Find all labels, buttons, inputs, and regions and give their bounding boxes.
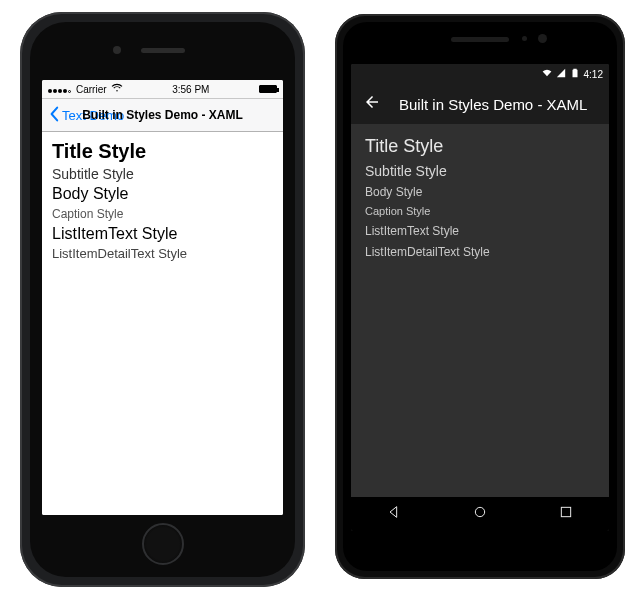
nav-recent-button[interactable] — [558, 504, 574, 524]
ios-clock: 3:56 PM — [172, 84, 209, 95]
ios-status-bar: Carrier 3:56 PM — [42, 80, 283, 98]
android-content-area: Title Style Subtitle Style Body Style Ca… — [351, 124, 609, 497]
label-listitemdetailtext-style: ListItemDetailText Style — [52, 246, 273, 261]
label-caption-style: Caption Style — [52, 207, 273, 221]
android-device-frame: 4:12 Built in Styles Demo - XAML Title S… — [335, 14, 625, 579]
android-system-nav-bar — [351, 497, 609, 531]
label-body-style: Body Style — [52, 185, 273, 203]
iphone-device-frame: Carrier 3:56 PM Text Demo Built i — [20, 12, 305, 587]
android-body: 4:12 Built in Styles Demo - XAML Title S… — [343, 22, 617, 571]
nav-home-button[interactable] — [472, 504, 488, 524]
wifi-icon — [542, 68, 552, 80]
back-button[interactable] — [363, 93, 381, 115]
svg-rect-1 — [561, 507, 570, 516]
ios-screen: Carrier 3:56 PM Text Demo Built i — [42, 80, 283, 515]
android-status-bar: 4:12 — [351, 64, 609, 84]
label-caption-style: Caption Style — [365, 205, 595, 217]
android-clock: 4:12 — [584, 69, 603, 80]
chevron-left-icon — [48, 106, 60, 125]
earpiece-speaker — [141, 48, 185, 53]
wifi-icon — [111, 83, 123, 95]
label-body-style: Body Style — [365, 185, 595, 199]
label-subtitle-style: Subtitle Style — [365, 163, 595, 179]
proximity-sensor-icon — [522, 36, 527, 41]
label-title-style: Title Style — [365, 136, 595, 157]
front-camera-icon — [113, 46, 121, 54]
nav-back-button[interactable] — [386, 504, 402, 524]
ios-status-right — [259, 85, 277, 93]
label-listitemtext-style: ListItemText Style — [52, 225, 273, 243]
earpiece-speaker — [451, 37, 509, 42]
battery-icon — [570, 68, 580, 80]
label-listitemtext-style: ListItemText Style — [365, 224, 595, 238]
signal-dots-icon — [48, 84, 72, 95]
ios-status-left: Carrier — [48, 83, 123, 95]
back-button-label: Text Demo — [62, 108, 124, 123]
label-title-style: Title Style — [52, 140, 273, 163]
ios-content-area: Title Style Subtitle Style Body Style Ca… — [42, 132, 283, 515]
label-listitemdetailtext-style: ListItemDetailText Style — [365, 245, 595, 259]
iphone-body: Carrier 3:56 PM Text Demo Built i — [30, 22, 295, 577]
arrow-left-icon — [363, 93, 381, 115]
android-page-title: Built in Styles Demo - XAML — [399, 96, 587, 113]
front-camera-icon — [538, 34, 547, 43]
battery-icon — [259, 85, 277, 93]
home-button[interactable] — [142, 523, 184, 565]
svg-point-0 — [475, 507, 484, 516]
android-screen: 4:12 Built in Styles Demo - XAML Title S… — [351, 64, 609, 531]
back-button[interactable]: Text Demo — [48, 106, 124, 125]
label-subtitle-style: Subtitle Style — [52, 166, 273, 182]
ios-nav-bar: Text Demo Built in Styles Demo - XAML — [42, 98, 283, 132]
carrier-label: Carrier — [76, 84, 107, 95]
signal-icon — [556, 68, 566, 80]
android-toolbar: Built in Styles Demo - XAML — [351, 84, 609, 124]
